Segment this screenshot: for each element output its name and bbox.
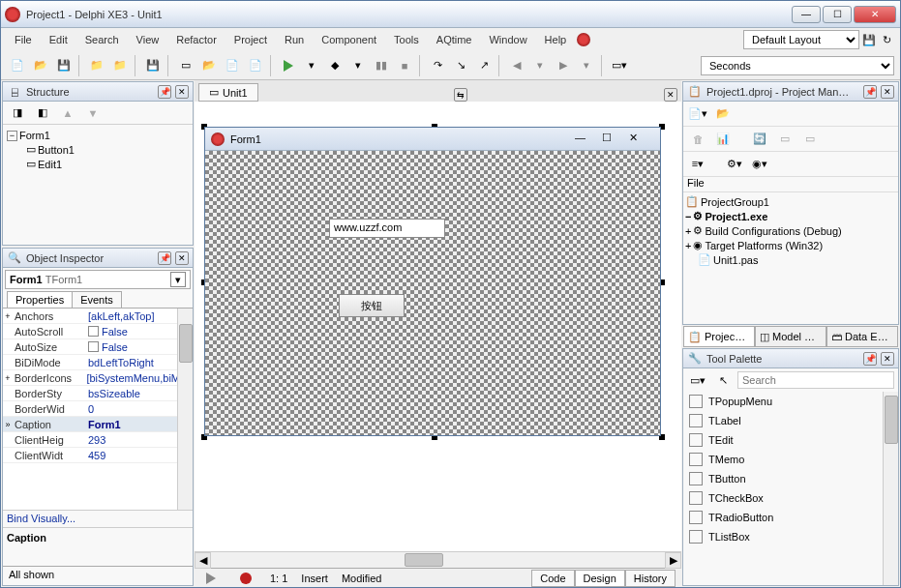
palette-item-tedit[interactable]: TEdit <box>683 430 898 450</box>
fwd-icon[interactable]: ▶ <box>553 55 574 76</box>
tp-list[interactable]: TPopupMenuTLabelTEditTMemoTButtonTCheckB… <box>683 392 898 585</box>
structure-close-icon[interactable]: ✕ <box>175 85 189 99</box>
back-dd-icon[interactable]: ▾ <box>529 55 551 76</box>
globe-icon[interactable] <box>576 32 591 47</box>
menu-aqtime[interactable]: AQtime <box>429 31 480 48</box>
prop-row-borderstyle[interactable]: BorderStybsSizeable <box>3 386 193 401</box>
pm-expand-icon[interactable]: ▭ <box>774 129 796 150</box>
tab-history[interactable]: History <box>625 570 676 587</box>
target-dd-icon[interactable]: ▭▾ <box>609 55 630 76</box>
tab-properties[interactable]: Properties <box>7 291 73 308</box>
palette-item-tpopupmenu[interactable]: TPopupMenu <box>683 392 898 411</box>
pm-new-icon[interactable]: 📄▾ <box>687 103 708 125</box>
pm-build-config[interactable]: +⚙ Build Configurations (Debug) <box>685 223 896 238</box>
oi-pin-icon[interactable]: 📌 <box>158 251 171 265</box>
bind-visually-link[interactable]: Bind Visually... <box>3 510 193 527</box>
pm-add-icon[interactable]: 📂 <box>712 103 734 125</box>
oi-scrollbar[interactable] <box>177 309 193 510</box>
form-designer[interactable]: Form1 — ☐ ✕ www.uzzf.com 按钮 <box>195 102 681 551</box>
prop-row-anchors[interactable]: +Anchors[akLeft,akTop] <box>3 309 193 324</box>
tp-pin-icon[interactable]: 📌 <box>863 352 877 366</box>
folder-icon[interactable]: 📁 <box>86 55 107 76</box>
form-close-button[interactable]: ✕ <box>629 132 654 147</box>
scroll-right-icon[interactable]: ▶ <box>665 552 681 569</box>
structure-up-icon[interactable]: ▲ <box>57 103 78 124</box>
pm-unit1[interactable]: 📄 Unit1.pas <box>685 252 896 267</box>
pm-project-exe[interactable]: −⚙ Project1.exe <box>685 209 896 223</box>
palette-item-tmemo[interactable]: TMemo <box>683 450 898 469</box>
close-button[interactable]: ✕ <box>854 6 896 23</box>
form-min-button[interactable]: — <box>575 132 600 147</box>
remove-file-icon[interactable]: 📄 <box>245 55 266 76</box>
minimize-button[interactable]: — <box>792 6 821 23</box>
run-icon[interactable] <box>278 55 299 76</box>
menu-search[interactable]: Search <box>77 31 127 48</box>
save-layout-icon[interactable]: 💾 <box>861 32 877 47</box>
design-edit1[interactable]: www.uzzf.com <box>329 219 445 238</box>
pm-collapse-icon[interactable]: ▭ <box>799 129 821 150</box>
palette-item-tradiobutton[interactable]: TRadioButton <box>683 508 898 527</box>
pm-target-platforms[interactable]: +◉ Target Platforms (Win32) <box>685 238 896 252</box>
debug-breakpoint-icon[interactable]: ◆ <box>324 55 345 76</box>
tp-scrollbar[interactable] <box>883 392 898 585</box>
menu-refactor[interactable]: Refactor <box>168 31 225 48</box>
menu-edit[interactable]: Edit <box>42 31 75 48</box>
prop-row-clientheight[interactable]: ClientHeig293 <box>3 432 193 448</box>
layout-select[interactable]: Default Layout <box>743 30 859 49</box>
prop-row-bidimode[interactable]: BiDiModebdLeftToRight <box>3 355 193 370</box>
structure-expand-icon[interactable]: ◨ <box>7 103 28 124</box>
chevron-down-icon[interactable]: ▾ <box>170 272 186 287</box>
pm-projectgroup[interactable]: 📋 ProjectGroup1 <box>685 194 896 209</box>
add-file-icon[interactable]: 📄 <box>222 55 243 76</box>
menu-file[interactable]: File <box>7 31 40 48</box>
tab-unit1[interactable]: ▭Unit1 <box>198 83 258 102</box>
pm-platform-icon[interactable]: ◉▾ <box>749 154 770 175</box>
design-button1[interactable]: 按钮 <box>339 294 405 317</box>
prop-row-autosize[interactable]: AutoSizeFalse <box>3 339 193 355</box>
palette-item-tcheckbox[interactable]: TCheckBox <box>683 488 898 508</box>
palette-item-tbutton[interactable]: TButton <box>683 469 898 488</box>
structure-collapse-icon[interactable]: ◧ <box>32 103 53 124</box>
designer-hscroll[interactable]: ◀ ▶ <box>195 551 681 568</box>
scroll-left-icon[interactable]: ◀ <box>195 552 211 569</box>
oi-selector[interactable]: Form1 TForm1 ▾ <box>5 270 191 289</box>
property-list[interactable]: +Anchors[akLeft,akTop]AutoScrollFalseAut… <box>3 308 193 510</box>
tab-code[interactable]: Code <box>531 570 574 587</box>
macro-play-icon[interactable] <box>200 568 222 588</box>
oi-close-icon[interactable]: ✕ <box>175 251 189 265</box>
step-into-icon[interactable]: ↘ <box>450 55 471 76</box>
macro-record-icon[interactable] <box>235 568 256 588</box>
prop-row-autoscroll[interactable]: AutoScrollFalse <box>3 324 193 339</box>
new-form-icon[interactable]: ▭ <box>175 55 196 76</box>
save-icon[interactable]: 💾 <box>53 55 75 76</box>
menu-view[interactable]: View <box>129 31 167 48</box>
pause-icon[interactable]: ▮▮ <box>371 55 392 76</box>
tp-close-icon[interactable]: ✕ <box>881 352 894 366</box>
open-project-icon[interactable]: 📂 <box>198 55 220 76</box>
delete-layout-icon[interactable]: ↻ <box>879 32 894 47</box>
tab-events[interactable]: Events <box>72 291 122 308</box>
tab-model[interactable]: ◫Model … <box>755 326 826 347</box>
structure-pin-icon[interactable]: 📌 <box>158 85 171 99</box>
maximize-button[interactable]: ☐ <box>823 6 852 23</box>
run-dd-icon[interactable]: ▾ <box>301 55 322 76</box>
save2-icon[interactable]: 💾 <box>142 55 164 76</box>
tree-node-form1[interactable]: −Form1 <box>7 129 189 142</box>
pm-pin-icon[interactable]: 📌 <box>863 85 877 99</box>
open-icon[interactable]: 📂 <box>30 55 51 76</box>
seconds-select[interactable]: Seconds <box>701 56 894 75</box>
prop-row-caption[interactable]: »CaptionForm1 <box>3 417 193 432</box>
menu-help[interactable]: Help <box>537 31 575 48</box>
pm-close-icon[interactable]: ✕ <box>881 85 894 99</box>
form-max-button[interactable]: ☐ <box>602 132 627 147</box>
tab-design[interactable]: Design <box>575 570 625 587</box>
menu-run[interactable]: Run <box>277 31 312 48</box>
menu-window[interactable]: Window <box>481 31 534 48</box>
stop-icon[interactable]: ■ <box>394 55 415 76</box>
folder2-icon[interactable]: 📁 <box>109 55 131 76</box>
palette-item-tlabel[interactable]: TLabel <box>683 411 898 430</box>
pm-sync-icon[interactable]: 🔄 <box>749 129 770 150</box>
prop-row-clientwidth[interactable]: ClientWidt459 <box>3 448 193 463</box>
prop-row-bordericons[interactable]: +BorderIcons[biSystemMenu,biMini <box>3 370 193 386</box>
tab-projects[interactable]: 📋Projec… <box>683 326 755 347</box>
